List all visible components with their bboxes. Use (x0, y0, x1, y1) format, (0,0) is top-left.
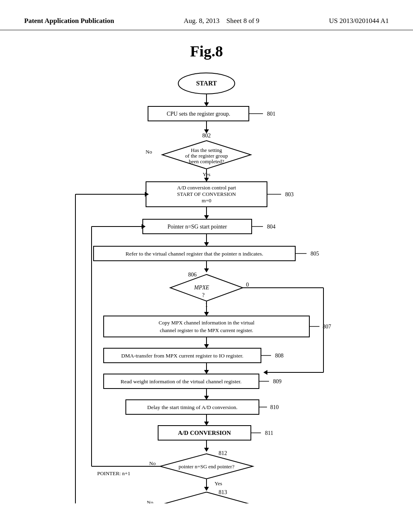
svg-marker-2 (204, 102, 209, 106)
svg-marker-13 (204, 215, 209, 219)
svg-marker-32 (204, 344, 209, 348)
svg-rect-29 (104, 316, 309, 337)
svg-marker-48 (204, 448, 209, 452)
start-label: START (196, 80, 217, 87)
n813-no: No (147, 499, 153, 503)
n804-label: Pointer n=SG start pointer (167, 224, 227, 230)
n810-label: Delay the start timing of A/D conversion… (147, 404, 238, 410)
n812-yes: Yes (215, 480, 222, 486)
n807-l2: channel register to the MPX current regi… (160, 327, 253, 333)
svg-marker-21 (204, 268, 209, 272)
n811-ref: 811 (265, 430, 273, 436)
n804-ref: 804 (267, 224, 275, 230)
sheet-info: Sheet 8 of 9 (226, 17, 259, 25)
header: Patent Application Publication Aug. 8, 2… (0, 0, 413, 30)
n812-no: No (149, 460, 156, 466)
svg-marker-40 (204, 396, 209, 400)
n802-q1: Has the setting (191, 147, 222, 153)
svg-marker-55 (204, 487, 209, 491)
n812-ref: 812 (219, 450, 227, 456)
header-right: US 2013/0201044 A1 (329, 16, 389, 26)
n813-ref: 813 (219, 489, 227, 495)
n806-q: ? (202, 292, 204, 298)
n810-ref: 810 (270, 404, 279, 410)
n801-ref: 801 (267, 111, 275, 117)
n808-label: DMA-transfer from MPX current register t… (121, 353, 244, 359)
svg-marker-36 (204, 370, 209, 374)
n806-zero: 0 (246, 282, 249, 288)
n802-ref: 802 (202, 133, 211, 139)
n807-l1: Copy MPX channel information in the virt… (159, 320, 254, 326)
svg-marker-9 (204, 178, 209, 182)
n812-label: pointer n=SG end pointer? (179, 463, 235, 470)
svg-marker-44 (204, 422, 209, 426)
n811-label: A/D CONVERSION (178, 430, 231, 436)
n802-no: No (146, 149, 152, 155)
n803-l2: START OF CONVERSION (177, 191, 236, 197)
n805-ref: 805 (311, 251, 319, 257)
patent-number: US 2013/0201044 A1 (329, 17, 389, 25)
n813-label: m= Number of repetition? (179, 503, 234, 503)
n803-l3: m=0 (202, 197, 211, 204)
n812-pointer: POINTER: n+1 (97, 470, 130, 476)
n803-l1: A/D conversion control part (177, 185, 236, 191)
header-center: Aug. 8, 2013 Sheet 8 of 9 (184, 16, 259, 26)
publication-label: Patent Application Publication (24, 17, 114, 25)
flowchart: START CPU sets the register group. 801 8… (0, 68, 413, 503)
svg-marker-24 (204, 312, 209, 316)
svg-marker-56 (158, 492, 255, 503)
n802-q2: of the register group (185, 153, 228, 159)
flowchart-svg: START CPU sets the register group. 801 8… (33, 68, 380, 503)
n807-ref: 807 (323, 324, 331, 330)
page: Patent Application Publication Aug. 8, 2… (0, 0, 413, 532)
svg-marker-17 (204, 242, 209, 246)
n802-q3: been completed? (189, 158, 224, 164)
svg-marker-28 (263, 370, 267, 375)
n806-ref: 806 (188, 272, 197, 278)
n806-mpxe: MPXE (194, 285, 209, 291)
n803-ref: 803 (285, 191, 294, 197)
n809-ref: 809 (273, 378, 282, 384)
header-left: Patent Application Publication (24, 16, 114, 26)
figure-title: Fig.8 (0, 42, 413, 60)
publication-date: Aug. 8, 2013 (184, 17, 220, 25)
n805-label: Refer to the virtual channel register th… (125, 251, 263, 257)
n809-label: Read weight information of the virtual c… (121, 378, 242, 384)
n808-ref: 808 (275, 353, 284, 359)
n801-label: CPU sets the register group. (167, 111, 230, 117)
